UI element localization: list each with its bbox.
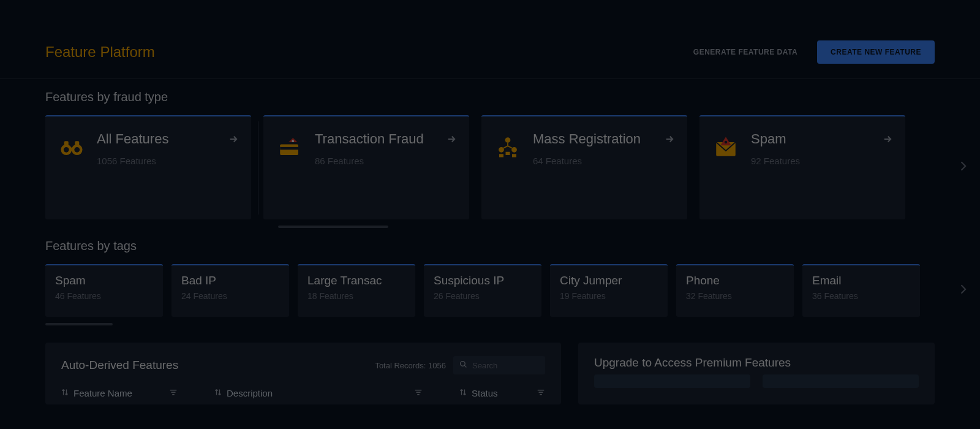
svg-point-16: [461, 362, 466, 366]
tag-card-count: 19 Features: [560, 291, 658, 301]
tag-card-count: 18 Features: [307, 291, 405, 301]
search-box[interactable]: [453, 356, 545, 374]
arrow-right-icon: [446, 134, 457, 147]
svg-rect-25: [540, 394, 542, 395]
tag-card-count: 32 Features: [686, 291, 784, 301]
column-label: Status: [472, 388, 498, 398]
svg-rect-22: [417, 394, 420, 395]
fraud-card-title: All Features: [97, 131, 238, 147]
fraud-card-count: 1056 Features: [97, 156, 238, 166]
tag-card-title: Phone: [686, 274, 784, 287]
tag-card-count: 24 Features: [181, 291, 279, 301]
fraud-card-count: 64 Features: [533, 156, 674, 166]
tag-card-title: Email: [812, 274, 910, 287]
section-title-tags: Features by tags: [45, 239, 935, 253]
create-new-feature-button[interactable]: CREATE NEW FEATURE: [817, 40, 935, 64]
svg-rect-18: [172, 392, 176, 392]
fraud-card-all-features[interactable]: All Features 1056 Features: [45, 115, 251, 219]
premium-card[interactable]: [763, 374, 919, 388]
arrow-right-icon: [882, 134, 893, 147]
tags-carousel-next-button[interactable]: [957, 278, 969, 303]
premium-card[interactable]: [594, 374, 750, 388]
filter-icon[interactable]: [537, 388, 545, 398]
page-title: Feature Platform: [45, 44, 155, 61]
header-actions: GENERATE FEATURE DATA CREATE NEW FEATURE: [684, 40, 935, 64]
tag-card-title: Spam: [55, 274, 153, 287]
card-fraud-icon: [277, 134, 303, 159]
sort-icon: [459, 388, 467, 398]
tag-card-title: Bad IP: [181, 274, 279, 287]
svg-point-11: [505, 137, 511, 143]
fraud-card-spam[interactable]: Spam 92 Features: [699, 115, 905, 219]
premium-features-panel: Upgrade to Access Premium Features: [578, 343, 935, 404]
tag-card-count: 46 Features: [55, 291, 153, 301]
tag-card-email[interactable]: Email 36 Features: [802, 264, 920, 317]
svg-rect-24: [539, 392, 543, 392]
svg-rect-21: [417, 392, 421, 392]
tag-card-title: City Jumper: [560, 274, 658, 287]
arrow-right-icon: [228, 134, 239, 147]
section-title-fraud: Features by fraud type: [45, 90, 935, 104]
column-header-feature-name[interactable]: Feature Name: [61, 388, 178, 398]
filter-icon[interactable]: [169, 388, 178, 398]
column-label: Description: [227, 388, 273, 398]
svg-point-5: [64, 147, 69, 153]
svg-rect-19: [172, 394, 175, 395]
svg-rect-23: [538, 390, 545, 390]
column-label: Feature Name: [74, 388, 132, 398]
auto-derived-features-panel: Auto-Derived Features Total Records: 105…: [45, 343, 561, 404]
search-input[interactable]: [472, 361, 539, 370]
filter-icon[interactable]: [414, 388, 423, 398]
scroll-thumb[interactable]: [278, 226, 388, 228]
svg-rect-3: [64, 141, 69, 146]
sort-icon: [61, 388, 69, 398]
table-header-row: Feature Name Description: [61, 388, 545, 398]
tag-card-large-transac[interactable]: Large Transac 18 Features: [298, 264, 415, 317]
fraud-carousel-next-button[interactable]: [957, 155, 969, 180]
tag-card-suspicious-ip[interactable]: Suspicious IP 26 Features: [424, 264, 541, 317]
fraud-card-mass-registration[interactable]: Mass Registration 64 Features: [481, 115, 687, 219]
svg-rect-2: [70, 148, 74, 151]
svg-rect-4: [75, 141, 79, 146]
tag-card-title: Large Transac: [307, 274, 405, 287]
tag-card-city-jumper[interactable]: City Jumper 19 Features: [550, 264, 668, 317]
tag-card-count: 26 Features: [434, 291, 532, 301]
tag-card-phone[interactable]: Phone 32 Features: [676, 264, 794, 317]
svg-rect-17: [170, 390, 177, 390]
tag-card-spam[interactable]: Spam 46 Features: [45, 264, 163, 317]
scroll-thumb[interactable]: [45, 323, 113, 325]
panel-title: Auto-Derived Features: [61, 359, 178, 372]
tags-scroll-track[interactable]: [45, 323, 935, 325]
svg-rect-8: [280, 147, 298, 150]
tag-card-count: 36 Features: [812, 291, 910, 301]
fraud-card-count: 92 Features: [751, 156, 892, 166]
fraud-card-title: Spam: [751, 131, 892, 147]
fraud-card-count: 86 Features: [315, 156, 456, 166]
tag-card-title: Suspicious IP: [434, 274, 532, 287]
fraud-card-title: Mass Registration: [533, 131, 674, 147]
binoculars-icon: [59, 134, 85, 159]
arrow-right-icon: [664, 134, 675, 147]
column-header-description[interactable]: Description: [214, 388, 423, 398]
column-header-status[interactable]: Status: [459, 388, 545, 398]
svg-point-10: [292, 140, 295, 143]
fraud-card-title: Transaction Fraud: [315, 131, 456, 147]
fraud-card-transaction-fraud[interactable]: Transaction Fraud 86 Features: [263, 115, 469, 219]
total-records-label: Total Records: 1056: [375, 361, 446, 370]
panel-title: Upgrade to Access Premium Features: [594, 356, 919, 370]
search-icon: [459, 360, 467, 371]
page-header: Feature Platform GENERATE FEATURE DATA C…: [0, 22, 980, 79]
sort-icon: [214, 388, 222, 398]
tag-cards-row: Spam 46 Features Bad IP 24 Features Larg…: [45, 264, 935, 317]
fraud-scroll-track[interactable]: [45, 226, 935, 228]
svg-point-6: [74, 147, 80, 153]
svg-point-15: [725, 141, 727, 143]
fraud-cards-row: All Features 1056 Features Transaction F…: [45, 115, 935, 219]
spam-mail-icon: [713, 134, 739, 159]
generate-feature-data-button[interactable]: GENERATE FEATURE DATA: [684, 42, 807, 63]
tag-card-bad-ip[interactable]: Bad IP 24 Features: [172, 264, 289, 317]
group-icon: [495, 134, 521, 159]
svg-rect-20: [415, 390, 422, 390]
